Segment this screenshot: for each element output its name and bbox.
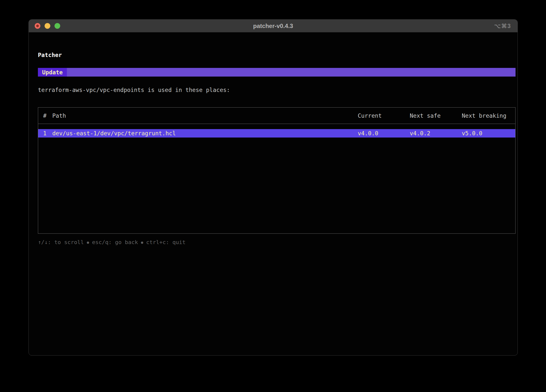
table-header-row: #PathCurrentNext safeNext breaking xyxy=(38,108,515,124)
terminal-content: Patcher Update terraform-aws-vpc/vpc-end… xyxy=(29,52,518,245)
tab-update[interactable]: Update xyxy=(38,68,67,77)
table-body: 1dev/us-east-1/dev/vpc/terragrunt.hclv4.… xyxy=(38,124,515,233)
column-header-path: Path xyxy=(52,112,358,119)
window-shortcut-badge: ⌥⌘3 xyxy=(494,23,511,29)
zoom-button[interactable] xyxy=(55,23,60,29)
minimize-button[interactable] xyxy=(45,23,50,29)
column-header-next_breaking: Next breaking xyxy=(462,112,515,119)
column-header-current: Current xyxy=(358,112,410,119)
window-title: patcher-v0.4.3 xyxy=(253,23,293,29)
tab-bar: Update xyxy=(38,68,516,77)
footer-hints: ↑/↓: to scroll●esc/q: go back●ctrl+c: qu… xyxy=(38,239,516,245)
traffic-lights xyxy=(35,23,60,29)
usage-intro-text: terraform-aws-vpc/vpc-endpoints is used … xyxy=(38,87,516,93)
close-button[interactable] xyxy=(35,23,40,29)
app-heading: Patcher xyxy=(38,52,516,58)
tab-bar-filler xyxy=(67,68,516,77)
cell-next_safe: v4.0.2 xyxy=(410,130,462,137)
app-window: patcher-v0.4.3 ⌥⌘3 Patcher Update terraf… xyxy=(28,19,518,356)
footer-hint: ↑/↓: to scroll xyxy=(38,239,84,245)
column-header-next_safe: Next safe xyxy=(410,112,462,119)
footer-hint: esc/q: go back xyxy=(92,239,138,245)
column-header-num: # xyxy=(38,112,52,119)
cell-current: v4.0.0 xyxy=(358,130,410,137)
cell-next_breaking: v5.0.0 xyxy=(462,130,515,137)
table-row[interactable]: 1dev/us-east-1/dev/vpc/terragrunt.hclv4.… xyxy=(38,129,515,138)
footer-hint: ctrl+c: quit xyxy=(146,239,186,245)
dot-separator: ● xyxy=(141,240,143,245)
dot-separator: ● xyxy=(87,240,89,245)
cell-path: dev/us-east-1/dev/vpc/terragrunt.hcl xyxy=(52,130,358,137)
usage-table: #PathCurrentNext safeNext breaking 1dev/… xyxy=(38,107,516,234)
title-bar[interactable]: patcher-v0.4.3 ⌥⌘3 xyxy=(29,20,518,32)
cell-num: 1 xyxy=(38,130,52,137)
